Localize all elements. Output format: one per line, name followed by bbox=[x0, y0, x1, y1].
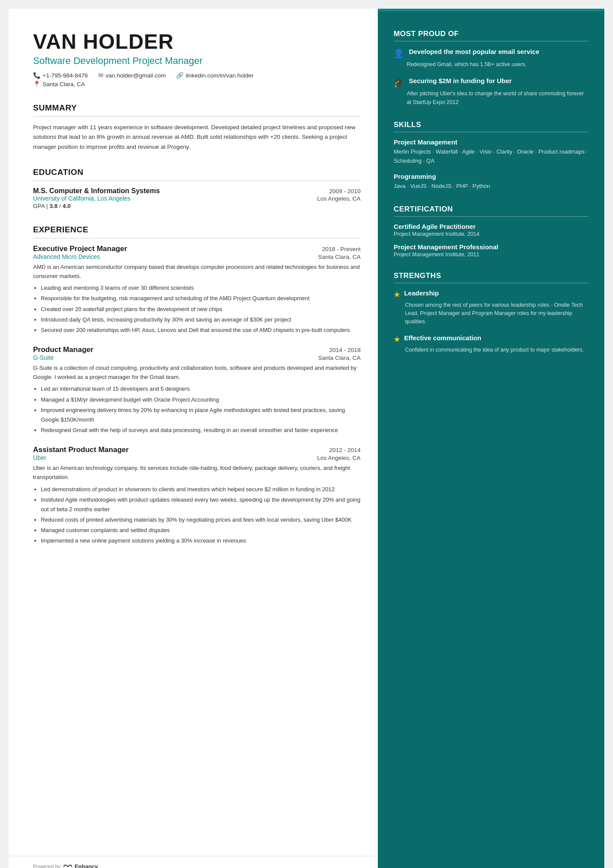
location-text: Santa Clara, CA bbox=[43, 81, 85, 87]
edu-gpa: GPA | 3.8 / 4.0 bbox=[33, 203, 360, 209]
location-contact: 📍 Santa Clara, CA bbox=[33, 80, 360, 87]
exp-dates-amd: 2018 - Present bbox=[322, 246, 361, 252]
exp-row-gsuite: Product Manager 2014 - 2018 bbox=[33, 345, 360, 354]
skill-cat-prog: Programming Java · VueJS · NodeJS · PHP … bbox=[393, 173, 589, 191]
right-column: MOST PROUD OF 👤 Developed the most popul… bbox=[378, 9, 604, 868]
proud-heading-0: Developed the most popular email service bbox=[409, 47, 539, 56]
exp-title-uber: Assistant Product Manager bbox=[33, 446, 129, 454]
edu-school: University of California, Los Angeles bbox=[33, 195, 130, 202]
contact-row-1: 📞 +1-795-984-8476 ✉ van.holder@gmail.com… bbox=[33, 72, 360, 79]
skill-cat-prog-title: Programming bbox=[393, 173, 589, 180]
strength-item-1: ★ Effective communication Confident in c… bbox=[393, 334, 589, 354]
bullet-amd-2: Created over 20 waterfall project plans … bbox=[41, 305, 360, 314]
exp-company-gsuite: G-Suite bbox=[33, 354, 53, 361]
bullet-uber-1: Instituted Agile methodologies with prod… bbox=[41, 495, 360, 514]
footer-left: Powered by Enhancv bbox=[33, 863, 98, 868]
cert-name-0: Certified Agile Practitioner bbox=[393, 223, 589, 230]
edu-school-row: University of California, Los Angeles Lo… bbox=[33, 195, 360, 202]
experience-section: EXPERIENCE Executive Project Manager 201… bbox=[33, 225, 360, 546]
certification-title: CERTIFICATION bbox=[393, 205, 589, 217]
education-entry: M.S. Computer & Information Systems 2009… bbox=[33, 187, 360, 209]
exp-dates-uber: 2012 - 2014 bbox=[329, 447, 360, 453]
edu-degree: M.S. Computer & Information Systems bbox=[33, 187, 160, 195]
exp-loc-uber: Los Angeles, CA bbox=[317, 455, 361, 461]
exp-row-uber: Assistant Product Manager 2012 - 2014 bbox=[33, 446, 360, 454]
exp-desc-amd: AMD is an American semiconductor company… bbox=[33, 263, 360, 281]
skill-list-pm: Merlin Projects · Waterfall · Agile · Vi… bbox=[393, 147, 589, 166]
proud-sub-0: Redesigned Gmail, which has 1.5B+ active… bbox=[393, 60, 589, 69]
bullet-amd-4: Secured over 200 relationships with HP, … bbox=[41, 325, 360, 335]
gpa-value: 3.8 bbox=[50, 203, 58, 209]
strength-desc-0: Chosen among the rest of peers for vario… bbox=[393, 301, 589, 326]
resume-page: VAN HOLDER Software Development Project … bbox=[9, 9, 604, 868]
email-address: van.holder@gmail.com bbox=[106, 72, 166, 79]
teal-accent-bar bbox=[378, 9, 604, 11]
cert-issuer-0: Project Management Institute, 2014 bbox=[393, 231, 589, 237]
strength-item-0: ★ Leadership Chosen among the rest of pe… bbox=[393, 289, 589, 326]
exp-company-amd: Advanced Micro Devices bbox=[33, 253, 100, 260]
phone-icon: 📞 bbox=[33, 72, 40, 79]
strength-desc-1: Confident in communicating the idea of a… bbox=[393, 346, 589, 354]
cert-name-1: Project Management Professional bbox=[393, 243, 589, 251]
phone-contact: 📞 +1-795-984-8476 bbox=[33, 72, 88, 79]
strength-title-0: Leadership bbox=[404, 289, 439, 297]
linkedin-contact: 🔗 linkedin.com/in/van.holder bbox=[176, 72, 253, 79]
bullet-gsuite-1: Managed a $1M/yr development budget with… bbox=[41, 395, 360, 405]
star-icon-1: ★ bbox=[393, 335, 400, 344]
exp-title-amd: Executive Project Manager bbox=[33, 245, 127, 253]
skill-cat-pm-title: Project Management bbox=[393, 138, 589, 146]
exp-desc-gsuite: G-Suite is a collection of cloud computi… bbox=[33, 364, 360, 382]
exp-entry-amd: Executive Project Manager 2018 - Present… bbox=[33, 245, 360, 335]
bullet-uber-3: Managed customer complaints and settled … bbox=[41, 526, 360, 535]
exp-company-uber: Uber bbox=[33, 454, 46, 461]
proud-heading-1: Securing $2M in funding for Uber bbox=[409, 77, 512, 85]
email-icon: ✉ bbox=[98, 72, 103, 79]
strengths-section: STRENGTHS ★ Leadership Chosen among the … bbox=[393, 271, 589, 355]
proud-icon-row-0: 👤 Developed the most popular email servi… bbox=[393, 47, 589, 59]
exp-title-gsuite: Product Manager bbox=[33, 345, 93, 354]
footer-logo: Enhancv bbox=[63, 863, 98, 868]
exp-bullets-amd: Leading and mentoring 3 teams of over 30… bbox=[33, 283, 360, 335]
strengths-title: STRENGTHS bbox=[393, 271, 589, 283]
bullet-gsuite-0: Led an international team of 15 develope… bbox=[41, 384, 360, 394]
bullet-uber-2: Reduced costs of printed advertising mat… bbox=[41, 515, 360, 525]
certification-section: CERTIFICATION Certified Agile Practition… bbox=[393, 205, 589, 258]
most-proud-title: MOST PROUD OF bbox=[393, 30, 589, 41]
skills-title: SKILLS bbox=[393, 121, 589, 132]
exp-loc-amd: Santa Clara, CA bbox=[318, 254, 361, 260]
brand-name: Enhancv bbox=[74, 863, 98, 868]
candidate-name: VAN HOLDER bbox=[33, 30, 360, 54]
proud-item-0: 👤 Developed the most popular email servi… bbox=[393, 47, 589, 69]
cert-item-1: Project Management Professional Project … bbox=[393, 243, 589, 258]
proud-sub-1: After pitching Uber's idea to change the… bbox=[393, 90, 589, 107]
bullet-uber-0: Led demonstrations of product in showroo… bbox=[41, 485, 360, 494]
gpa-max: 4.0 bbox=[63, 203, 71, 209]
proud-item-1: 🎓 Securing $2M in funding for Uber After… bbox=[393, 77, 589, 107]
exp-entry-uber: Assistant Product Manager 2012 - 2014 Ub… bbox=[33, 446, 360, 546]
bullet-uber-4: Implemented a new online payment solutio… bbox=[41, 536, 360, 546]
proud-icon-1: 🎓 bbox=[393, 77, 404, 88]
exp-entry-gsuite: Product Manager 2014 - 2018 G-Suite Sant… bbox=[33, 345, 360, 435]
exp-row-amd: Executive Project Manager 2018 - Present bbox=[33, 245, 360, 253]
skill-cat-pm: Project Management Merlin Projects · Wat… bbox=[393, 138, 589, 166]
linkedin-icon: 🔗 bbox=[176, 72, 183, 79]
bullet-amd-3: Introduced daily QA tests, increasing pr… bbox=[41, 315, 360, 325]
cert-issuer-1: Project Management Institute, 2011 bbox=[393, 251, 589, 258]
exp-dates-gsuite: 2014 - 2018 bbox=[329, 347, 360, 353]
exp-desc-uber: Uber is an American technology company. … bbox=[33, 464, 360, 482]
candidate-title: Software Development Project Manager bbox=[33, 55, 360, 67]
edu-location: Los Angeles, CA bbox=[317, 195, 361, 202]
most-proud-section: MOST PROUD OF 👤 Developed the most popul… bbox=[393, 30, 589, 107]
linkedin-url: linkedin.com/in/van.holder bbox=[186, 72, 253, 79]
left-column: VAN HOLDER Software Development Project … bbox=[9, 9, 378, 868]
exp-company-row-amd: Advanced Micro Devices Santa Clara, CA bbox=[33, 253, 360, 260]
enhancv-logo-icon bbox=[63, 864, 73, 868]
summary-section: SUMMARY Project manager with 11 years ex… bbox=[33, 103, 360, 152]
bullet-gsuite-3: Redesigned Gmail with the help of survey… bbox=[41, 426, 360, 435]
location-icon: 📍 bbox=[33, 80, 40, 87]
bullet-amd-0: Leading and mentoring 3 teams of over 30… bbox=[41, 283, 360, 293]
header: VAN HOLDER Software Development Project … bbox=[33, 30, 360, 87]
skills-section: SKILLS Project Management Merlin Project… bbox=[393, 121, 589, 191]
edu-years: 2009 - 2010 bbox=[329, 188, 360, 194]
cert-item-0: Certified Agile Practitioner Project Man… bbox=[393, 223, 589, 237]
